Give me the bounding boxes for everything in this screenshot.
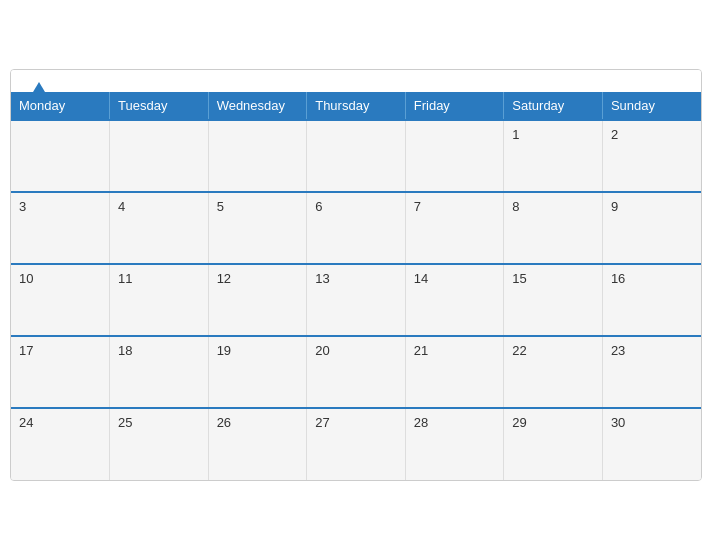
day-cell: 16	[602, 264, 701, 336]
day-cell: 3	[11, 192, 110, 264]
weekday-header-row: MondayTuesdayWednesdayThursdayFridaySatu…	[11, 92, 701, 120]
day-number: 7	[414, 199, 421, 214]
day-cell	[307, 120, 406, 192]
day-cell: 1	[504, 120, 603, 192]
week-row-4: 17181920212223	[11, 336, 701, 408]
day-number: 23	[611, 343, 625, 358]
day-cell: 13	[307, 264, 406, 336]
calendar-header	[11, 70, 701, 92]
weekday-header-friday: Friday	[405, 92, 504, 120]
day-cell: 28	[405, 408, 504, 480]
day-cell: 7	[405, 192, 504, 264]
day-cell: 5	[208, 192, 307, 264]
day-number: 2	[611, 127, 618, 142]
weekday-header-sunday: Sunday	[602, 92, 701, 120]
calendar-table: MondayTuesdayWednesdayThursdayFridaySatu…	[11, 92, 701, 480]
day-number: 22	[512, 343, 526, 358]
day-cell: 22	[504, 336, 603, 408]
day-cell: 27	[307, 408, 406, 480]
day-number: 9	[611, 199, 618, 214]
day-number: 13	[315, 271, 329, 286]
week-row-2: 3456789	[11, 192, 701, 264]
day-cell: 24	[11, 408, 110, 480]
day-cell	[110, 120, 209, 192]
day-number: 28	[414, 415, 428, 430]
day-number: 29	[512, 415, 526, 430]
day-cell: 10	[11, 264, 110, 336]
day-cell: 23	[602, 336, 701, 408]
calendar: MondayTuesdayWednesdayThursdayFridaySatu…	[10, 69, 702, 481]
weekday-header-monday: Monday	[11, 92, 110, 120]
day-cell: 11	[110, 264, 209, 336]
day-cell: 17	[11, 336, 110, 408]
day-number: 19	[217, 343, 231, 358]
day-number: 4	[118, 199, 125, 214]
logo	[31, 82, 45, 92]
day-cell: 25	[110, 408, 209, 480]
week-row-5: 24252627282930	[11, 408, 701, 480]
day-cell: 6	[307, 192, 406, 264]
day-number: 15	[512, 271, 526, 286]
day-number: 21	[414, 343, 428, 358]
day-number: 25	[118, 415, 132, 430]
day-cell: 21	[405, 336, 504, 408]
day-cell	[11, 120, 110, 192]
day-cell: 20	[307, 336, 406, 408]
day-number: 16	[611, 271, 625, 286]
day-cell: 18	[110, 336, 209, 408]
day-cell: 9	[602, 192, 701, 264]
day-number: 14	[414, 271, 428, 286]
day-cell: 4	[110, 192, 209, 264]
day-cell: 8	[504, 192, 603, 264]
day-cell	[405, 120, 504, 192]
day-cell: 15	[504, 264, 603, 336]
day-number: 26	[217, 415, 231, 430]
day-number: 27	[315, 415, 329, 430]
day-cell	[208, 120, 307, 192]
weekday-header-wednesday: Wednesday	[208, 92, 307, 120]
day-cell: 12	[208, 264, 307, 336]
day-number: 6	[315, 199, 322, 214]
day-cell: 14	[405, 264, 504, 336]
day-number: 18	[118, 343, 132, 358]
week-row-1: 12	[11, 120, 701, 192]
weekday-header-thursday: Thursday	[307, 92, 406, 120]
day-number: 20	[315, 343, 329, 358]
day-number: 12	[217, 271, 231, 286]
day-cell: 29	[504, 408, 603, 480]
day-number: 3	[19, 199, 26, 214]
day-cell: 26	[208, 408, 307, 480]
weekday-header-tuesday: Tuesday	[110, 92, 209, 120]
day-number: 10	[19, 271, 33, 286]
day-cell: 30	[602, 408, 701, 480]
day-number: 8	[512, 199, 519, 214]
day-cell: 2	[602, 120, 701, 192]
week-row-3: 10111213141516	[11, 264, 701, 336]
day-number: 11	[118, 271, 132, 286]
day-cell: 19	[208, 336, 307, 408]
day-number: 30	[611, 415, 625, 430]
day-number: 5	[217, 199, 224, 214]
weekday-header-saturday: Saturday	[504, 92, 603, 120]
day-number: 24	[19, 415, 33, 430]
day-number: 17	[19, 343, 33, 358]
logo-triangle-icon	[33, 82, 45, 92]
day-number: 1	[512, 127, 519, 142]
